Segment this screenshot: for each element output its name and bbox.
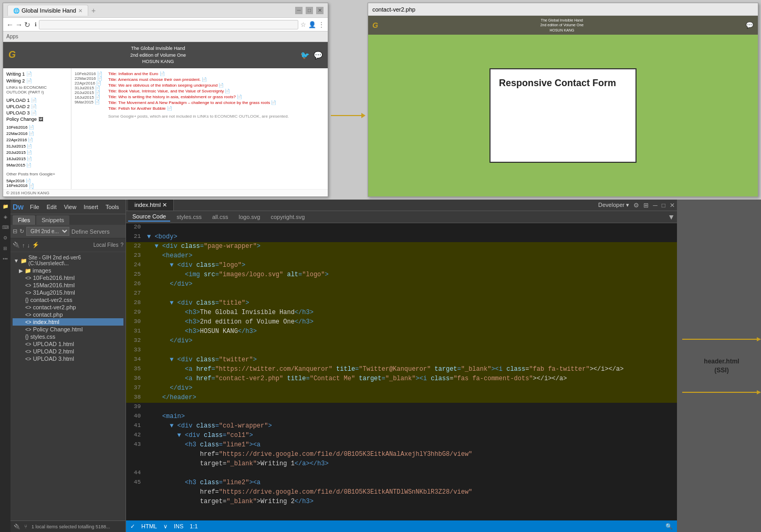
zoom-icon[interactable]: 🔍 xyxy=(665,523,673,530)
account-icon[interactable]: 👤 xyxy=(308,21,316,28)
tree-label: contact-ver2.css xyxy=(30,297,72,303)
code-line-29: 29 <h3>The Global Invisible Hand</h3> xyxy=(126,308,677,318)
new-tab-btn[interactable]: + xyxy=(91,6,96,15)
dw-sidebar-icon-1[interactable]: 📁 xyxy=(0,202,11,211)
tree-item-contact-php[interactable]: <> contact-ver2.php xyxy=(13,304,123,311)
browser-tab-label: Global Invisible Hand xyxy=(22,7,76,14)
subtab-logo[interactable]: logo.svg xyxy=(234,213,264,221)
preview-content: G The Global Invisible Hand 2nd edition … xyxy=(368,16,758,196)
arrow-line-1 xyxy=(682,339,757,340)
contact-icon[interactable]: 💬 xyxy=(314,51,322,59)
close-editor-icon[interactable]: ✕ xyxy=(670,202,675,209)
upload2-link[interactable]: UPLOAD 2 📄 xyxy=(6,104,68,109)
menu-insert[interactable]: Insert xyxy=(80,203,101,211)
policy-link[interactable]: Policy Change 🖼 xyxy=(6,117,68,122)
url-input[interactable]: 127.0.0.1:51678/preview/app/index.html xyxy=(39,20,298,29)
dw-sidebar-icon-5[interactable]: ⊞ xyxy=(0,244,11,253)
tree-label: UPLOAD 3.html xyxy=(33,356,74,362)
files-tab[interactable]: Files xyxy=(13,215,35,225)
other-posts[interactable]: Other Posts from Google+ xyxy=(6,172,68,176)
upload-btn[interactable]: ↑ xyxy=(22,242,25,248)
editor-tab-index[interactable]: index.html ✕ xyxy=(128,200,174,211)
sync-btn[interactable]: ⚡ xyxy=(32,242,39,248)
dw-sidebar-icon-2[interactable]: ◈ xyxy=(0,212,11,222)
tab-close-btn[interactable]: ✕ xyxy=(78,8,82,14)
restore-icon[interactable]: □ xyxy=(662,202,665,209)
tree-item-15mar[interactable]: <> 15Mar2016.html xyxy=(13,281,123,289)
tree-item-contact-css[interactable]: {} contact-ver2.css xyxy=(13,296,123,304)
dw-sidebar-icon-3[interactable]: ⌨ xyxy=(0,223,11,232)
window-controls: ─ □ ✕ xyxy=(295,7,324,14)
tree-label: 31Aug2015.html xyxy=(33,289,75,296)
upload3-link[interactable]: UPLOAD 3 📄 xyxy=(6,110,68,116)
tree-item-index[interactable]: <> index.html xyxy=(13,318,123,326)
menu-file[interactable]: File xyxy=(27,203,43,211)
dw-sidebar-icon-6[interactable]: ••• xyxy=(0,254,11,264)
tree-item-styles[interactable]: {} styles.css xyxy=(13,333,123,340)
site-root-label: Site - GIH 2nd ed-ver6 (C:\Users\elect\.… xyxy=(28,255,122,266)
refresh-btn[interactable]: ↻ xyxy=(19,228,24,235)
filter-btn[interactable]: ▼ xyxy=(668,213,675,221)
menu-tools[interactable]: Tools xyxy=(102,203,122,211)
define-servers-btn[interactable]: Define Servers xyxy=(71,228,110,235)
twitter-icon[interactable]: 🐦 xyxy=(300,51,309,59)
browser-tab[interactable]: 🌐 Global Invisible Hand ✕ xyxy=(7,5,88,16)
bookmark-icon[interactable]: ☆ xyxy=(300,21,306,28)
expand-collapse-btn[interactable]: ⊟ xyxy=(13,228,17,235)
html-icon: <> xyxy=(25,319,32,325)
menu-icon[interactable]: ⋮ xyxy=(318,21,325,28)
tree-item-upload1[interactable]: <> UPLOAD 1.html xyxy=(13,340,123,348)
tree-site-root[interactable]: ▼ 📁 Site - GIH 2nd ed-ver6 (C:\Users\ele… xyxy=(13,254,123,267)
title2: Title: Americans must choose their own p… xyxy=(108,77,325,82)
tree-item-upload2[interactable]: <> UPLOAD 2.html xyxy=(13,348,123,355)
download-btn[interactable]: ↓ xyxy=(27,242,30,248)
recent2: 16Feb2016 📄 xyxy=(6,183,68,188)
forward-btn[interactable]: → xyxy=(15,20,23,29)
tree-item-upload3[interactable]: <> UPLOAD 3.html xyxy=(13,355,123,362)
settings-icon[interactable]: ⚙ xyxy=(633,202,639,209)
date7: 9Mar2015 📄 xyxy=(6,163,68,168)
split-icon[interactable]: ⊞ xyxy=(643,202,649,209)
sidebar-links[interactable]: LINKs to ECONOMIC OUTLOOK (PART I) xyxy=(6,85,68,95)
site-main: 10Feb2016 📄 22Mar2016 📄 22Apr2016 📄 31Ju… xyxy=(71,68,328,196)
subtab-source[interactable]: Source Code xyxy=(128,212,170,222)
title4: Title: Book Value, Intrinsic Value, and … xyxy=(108,89,325,93)
code-area[interactable]: 20 21 ▼ <body> 22 ▼ <div class="page-wra… xyxy=(126,223,677,520)
bookmarks-bar: Apps xyxy=(3,32,328,42)
recent1: 5Apr2016 📄 xyxy=(6,179,68,183)
dw-sidebar-icon-4[interactable]: ⚙ xyxy=(0,233,11,243)
close-btn[interactable]: ✕ xyxy=(316,7,324,14)
subtab-styles[interactable]: styles.css xyxy=(172,213,206,221)
dw-logo: Dw xyxy=(13,203,24,211)
tree-label: contact-ver2.php xyxy=(33,304,76,310)
browser-to-preview-arrow xyxy=(326,0,368,200)
menu-view[interactable]: View xyxy=(61,203,80,211)
tree-item-policy[interactable]: <> Policy Change.html xyxy=(13,326,123,333)
back-btn[interactable]: ← xyxy=(6,20,14,29)
tree-images-folder[interactable]: ▶ 📁 images xyxy=(13,267,123,274)
developer-dropdown[interactable]: Developer ▾ xyxy=(598,202,629,208)
tree-label: contact.php xyxy=(33,311,63,318)
expand-icon: ▶ xyxy=(19,268,23,274)
folder-icon: 📁 xyxy=(25,268,31,274)
subtab-all[interactable]: all.css xyxy=(208,213,233,221)
reload-btn[interactable]: ↻ xyxy=(24,20,30,29)
apps-label[interactable]: Apps xyxy=(6,34,18,39)
menu-edit[interactable]: Edit xyxy=(44,203,60,211)
minimize-editor-icon[interactable]: ─ xyxy=(653,202,658,209)
tree-item-contact2[interactable]: <> contact.php xyxy=(13,311,123,318)
php-icon: <> xyxy=(25,312,32,318)
site-select[interactable]: GIH 2nd e... xyxy=(26,227,69,236)
sidebar-writing1[interactable]: Writing 1 📄 xyxy=(6,71,68,77)
snippets-tab[interactable]: Snippets xyxy=(36,215,69,225)
connect-btn[interactable]: 🔌 xyxy=(13,242,20,248)
minimize-btn[interactable]: ─ xyxy=(295,7,303,14)
tree-item-31aug[interactable]: <> 31Aug2015.html xyxy=(13,289,123,296)
help-icon: ? xyxy=(120,242,123,248)
sidebar-writing2[interactable]: Writing 2 📄 xyxy=(6,78,68,84)
upload1-link[interactable]: UPLOAD 1 📄 xyxy=(6,98,68,103)
maximize-btn[interactable]: □ xyxy=(306,7,313,14)
tree-item-10feb[interactable]: <> 10Feb2016.html xyxy=(13,274,123,281)
code-line-41: 41 ▼ <div class="col-wrapper"> xyxy=(126,422,677,431)
subtab-copyright[interactable]: copyright.svg xyxy=(266,213,309,221)
